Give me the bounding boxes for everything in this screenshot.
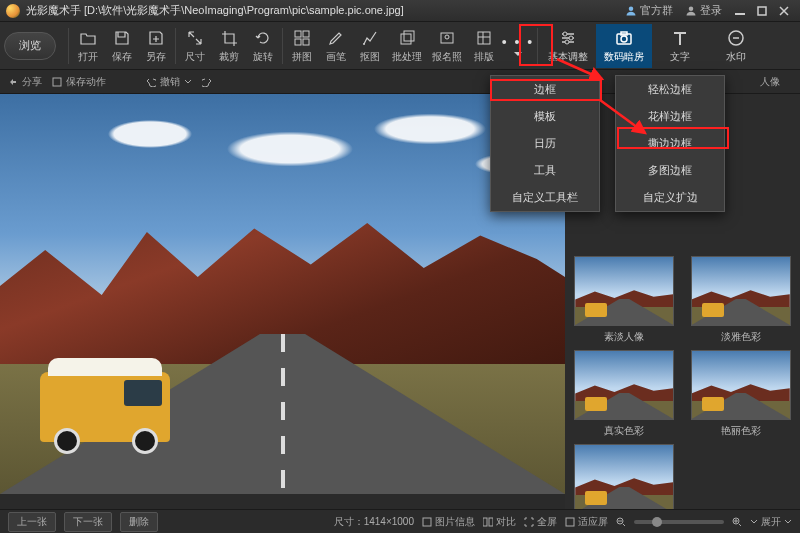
image-canvas[interactable] [0, 94, 565, 494]
canvas-area [0, 94, 565, 509]
save-as-button[interactable]: 另存 [139, 24, 173, 68]
svg-point-1 [689, 6, 694, 11]
svg-rect-21 [53, 78, 61, 86]
svg-rect-22 [423, 518, 431, 526]
svg-point-12 [445, 35, 449, 39]
zoom-in-button[interactable] [732, 517, 742, 527]
svg-point-16 [565, 40, 569, 44]
cutout-button[interactable]: 抠图 [353, 24, 387, 68]
user-icon [685, 5, 697, 17]
next-image-button[interactable]: 下一张 [64, 512, 112, 532]
effect-thumb[interactable]: 艳丽色彩 [686, 350, 797, 438]
effect-thumb[interactable]: 浓郁色彩 [569, 444, 680, 509]
svg-rect-9 [401, 34, 411, 44]
svg-rect-2 [735, 13, 745, 15]
zoom-slider[interactable] [634, 520, 724, 524]
effect-thumb[interactable]: 真实色彩 [569, 350, 680, 438]
effect-thumb[interactable]: 淡雅色彩 [686, 256, 797, 344]
tab-watermark[interactable]: 水印 [708, 24, 764, 68]
delete-button[interactable]: 删除 [120, 512, 158, 532]
layout-icon [474, 28, 494, 48]
prev-image-button[interactable]: 上一张 [8, 512, 56, 532]
svg-rect-5 [303, 31, 309, 37]
svg-point-0 [629, 6, 634, 11]
dimensions-label: 尺寸：1414×1000 [334, 515, 414, 529]
category-label[interactable]: 人像 [760, 75, 780, 89]
rotate-button[interactable]: 旋转 [246, 24, 280, 68]
zoom-out-button[interactable] [616, 517, 626, 527]
batch-button[interactable]: 批处理 [387, 24, 427, 68]
chevron-down-icon [784, 518, 792, 526]
login-link[interactable]: 登录 [685, 3, 722, 18]
undo-button[interactable]: 撤销 [146, 75, 192, 89]
dropdown-item[interactable]: 工具 [491, 157, 599, 184]
compare-button[interactable]: 对比 [483, 515, 516, 529]
svg-rect-23 [483, 518, 487, 526]
svg-rect-7 [303, 39, 309, 45]
tab-basic-adjust[interactable]: 基本调整 [540, 24, 596, 68]
close-button[interactable] [774, 3, 794, 19]
group-icon [625, 5, 637, 17]
save-as-icon [146, 28, 166, 48]
size-icon [185, 28, 205, 48]
svg-point-14 [563, 32, 567, 36]
brush-icon [326, 28, 346, 48]
redo-button[interactable] [202, 77, 212, 87]
title-bar: 光影魔术手 [D:\软件\光影魔术手\NeoImaging\Program\pi… [0, 0, 800, 22]
svg-rect-10 [404, 31, 414, 41]
batch-icon [397, 28, 417, 48]
text-icon [670, 28, 690, 48]
id-photo-icon [437, 28, 457, 48]
size-button[interactable]: 尺寸 [178, 24, 212, 68]
rotate-icon [253, 28, 273, 48]
chevron-down-icon [184, 78, 192, 86]
dropdown-item[interactable]: 模板 [491, 103, 599, 130]
dropdown-item[interactable]: 多图边框 [616, 157, 724, 184]
app-icon [6, 4, 20, 18]
maximize-button[interactable] [752, 3, 772, 19]
share-button[interactable]: 分享 [8, 75, 42, 89]
expand-button[interactable]: 展开 [750, 515, 792, 529]
dropdown-item[interactable]: 轻松边框 [616, 76, 724, 103]
adjust-icon [558, 28, 578, 48]
id-photo-button[interactable]: 报名照 [427, 24, 467, 68]
minimize-button[interactable] [730, 3, 750, 19]
tab-darkroom[interactable]: 数码暗房 [596, 24, 652, 68]
fit-screen-button[interactable]: 适应屏 [565, 515, 608, 529]
svg-point-18 [621, 36, 627, 42]
layout-button[interactable]: 排版 [467, 24, 501, 68]
status-bar: 上一张 下一张 删除 尺寸：1414×1000 图片信息 对比 全屏 适应屏 展… [0, 509, 800, 533]
dropdown-item[interactable]: 日历 [491, 130, 599, 157]
collage-icon [292, 28, 312, 48]
toolbar-separator [537, 28, 538, 64]
open-icon [78, 28, 98, 48]
save-icon [112, 28, 132, 48]
save-button[interactable]: 保存 [105, 24, 139, 68]
dropdown-item[interactable]: 自定义工具栏 [491, 184, 599, 211]
dropdown-item[interactable]: 撕边边框 [616, 130, 724, 157]
dropdown-item[interactable]: 自定义扩边 [616, 184, 724, 211]
svg-rect-6 [295, 39, 301, 45]
more-button[interactable]: • • • [501, 24, 535, 68]
more-dropdown: 边框模板日历工具自定义工具栏 [490, 75, 600, 212]
effect-thumb[interactable]: 素淡人像 [569, 256, 680, 344]
border-dropdown: 轻松边框花样边框撕边边框多图边框自定义扩边 [615, 75, 725, 212]
save-action-button[interactable]: 保存动作 [52, 75, 106, 89]
browse-button[interactable]: 浏览 [4, 32, 56, 60]
chevron-down-icon [750, 518, 758, 526]
camera-icon [614, 28, 634, 48]
svg-rect-3 [758, 7, 766, 15]
brush-button[interactable]: 画笔 [319, 24, 353, 68]
image-info-button[interactable]: 图片信息 [422, 515, 475, 529]
dropdown-item[interactable]: 花样边框 [616, 103, 724, 130]
dropdown-item[interactable]: 边框 [491, 76, 599, 103]
crop-icon [219, 28, 239, 48]
collage-button[interactable]: 拼图 [285, 24, 319, 68]
fullscreen-button[interactable]: 全屏 [524, 515, 557, 529]
official-group-link[interactable]: 官方群 [625, 3, 673, 18]
open-button[interactable]: 打开 [71, 24, 105, 68]
dropdown-triangle-icon [514, 52, 522, 56]
watermark-icon [726, 28, 746, 48]
crop-button[interactable]: 裁剪 [212, 24, 246, 68]
tab-text[interactable]: 文字 [652, 24, 708, 68]
